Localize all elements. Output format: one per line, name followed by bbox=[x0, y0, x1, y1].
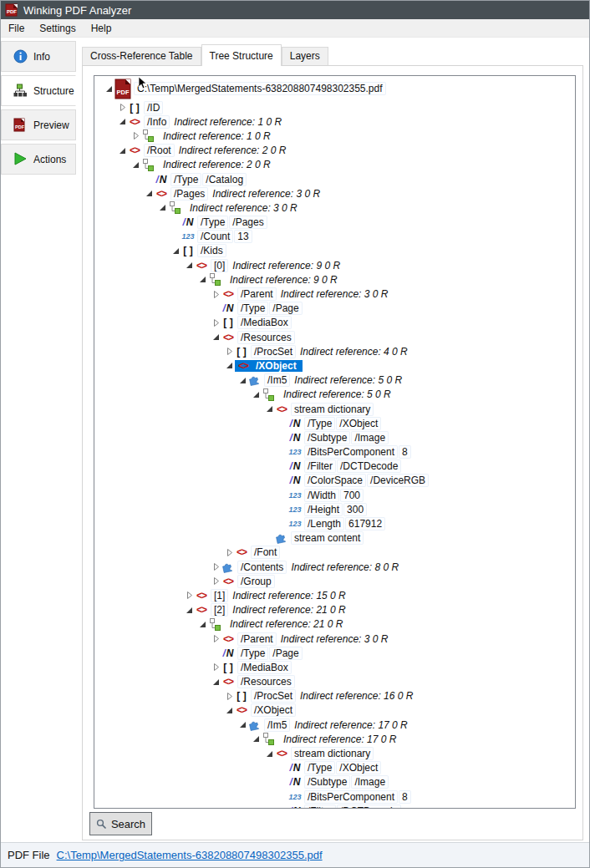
collapse-icon[interactable] bbox=[237, 720, 248, 730]
sidebar-item-preview[interactable]: PDFPreview bbox=[1, 109, 76, 140]
expand-icon[interactable] bbox=[210, 576, 221, 586]
tree-node-contents[interactable]: /ContentsIndirect reference: 8 0 R bbox=[103, 560, 575, 574]
tree-node-resources[interactable]: <>/Resources bbox=[103, 675, 575, 689]
tree-node-procset[interactable]: [ ]/ProcSetIndirect reference: 16 0 R bbox=[103, 689, 575, 703]
tree-node-im5[interactable]: /Im5Indirect reference: 17 0 R bbox=[103, 718, 575, 732]
tab-tree-structure[interactable]: Tree Structure bbox=[201, 44, 282, 66]
expand-icon[interactable] bbox=[116, 103, 128, 113]
tree-node-type[interactable]: /N/Type/XObject bbox=[103, 416, 575, 430]
collapse-icon[interactable] bbox=[210, 677, 221, 687]
tree-node-filter[interactable]: /N/Filter/DCTDecode bbox=[103, 459, 575, 474]
menu-item-settings[interactable]: Settings bbox=[32, 20, 83, 37]
tree-node-resources[interactable]: <>/Resources bbox=[103, 330, 575, 344]
expand-icon[interactable] bbox=[210, 634, 221, 644]
collapse-icon[interactable] bbox=[250, 734, 262, 744]
tree-node-type[interactable]: /N/Type/Page bbox=[103, 646, 575, 660]
tree-node-parent[interactable]: <>/ParentIndirect reference: 3 0 R bbox=[103, 632, 575, 646]
pdf-file-link[interactable]: C:\Temp\MergedStatements-638208807498302… bbox=[57, 849, 323, 861]
sidebar-item-actions[interactable]: Actions bbox=[1, 144, 76, 175]
collapse-icon[interactable] bbox=[156, 203, 168, 213]
tree-node-root[interactable]: <>/RootIndirect reference: 2 0 R bbox=[103, 144, 575, 158]
tree-node-mediabox[interactable]: [ ]/MediaBox bbox=[103, 660, 575, 674]
tree-node-indirect-reference[interactable]: Indirect reference: 9 0 R bbox=[103, 272, 575, 287]
search-button[interactable]: Search bbox=[89, 812, 152, 835]
collapse-icon[interactable] bbox=[130, 160, 141, 170]
collapse-icon[interactable] bbox=[196, 619, 208, 629]
tree-node-indirect-reference[interactable]: Indirect reference: 2 0 R bbox=[103, 158, 575, 172]
tree-node-type[interactable]: /N/Type/XObject bbox=[103, 761, 575, 775]
expand-icon[interactable] bbox=[210, 317, 221, 327]
tree-node-length[interactable]: 123/Length617912 bbox=[103, 516, 575, 530]
tree-node-group[interactable]: <>/Group bbox=[103, 574, 575, 588]
expand-icon[interactable] bbox=[223, 547, 235, 557]
tree-node-info[interactable]: <>/InfoIndirect reference: 1 0 R bbox=[103, 114, 575, 129]
collapse-icon[interactable] bbox=[263, 749, 275, 759]
tab-cross-reference-table[interactable]: Cross-Reference Table bbox=[82, 47, 201, 65]
sidebar-item-structure[interactable]: Structure bbox=[1, 75, 76, 106]
collapse-icon[interactable] bbox=[263, 404, 275, 414]
tree-node-indirect-reference[interactable]: Indirect reference: 21 0 R bbox=[103, 617, 575, 632]
tree-node-stream-dictionary[interactable]: <>stream dictionary bbox=[103, 746, 575, 760]
tree-node-colorspace[interactable]: /N/ColorSpace/DeviceRGB bbox=[103, 474, 575, 488]
node-label: /Filter bbox=[305, 805, 335, 809]
tree-node-font[interactable]: <>/Font bbox=[103, 546, 575, 560]
tree-node-2[interactable]: <>[2]Indirect reference: 21 0 R bbox=[103, 603, 575, 617]
collapse-icon[interactable] bbox=[183, 605, 195, 615]
pdf-tree[interactable]: PDFC:\Temp\MergedStatements-638208807498… bbox=[94, 75, 576, 809]
tree-node-mediabox[interactable]: [ ]/MediaBox bbox=[103, 316, 575, 330]
tree-node-subtype[interactable]: /N/Subtype/Image bbox=[103, 430, 575, 444]
tree-node-type[interactable]: /N/Type/Catalog bbox=[103, 172, 575, 186]
node-value: /XObject bbox=[337, 418, 380, 429]
menu-item-help[interactable]: Help bbox=[84, 20, 120, 37]
collapse-icon[interactable] bbox=[116, 145, 128, 155]
tree-node-indirect-reference[interactable]: Indirect reference: 17 0 R bbox=[103, 732, 575, 746]
tree-node-xobject[interactable]: <>/XObject bbox=[103, 358, 575, 373]
expand-icon[interactable] bbox=[210, 562, 221, 572]
tree-node-width[interactable]: 123/Width700 bbox=[103, 488, 575, 502]
collapse-icon[interactable] bbox=[170, 246, 181, 256]
expand-icon[interactable] bbox=[210, 289, 221, 299]
tree-node-1[interactable]: <>[1]Indirect reference: 15 0 R bbox=[103, 588, 575, 602]
tree-node-indirect-reference[interactable]: Indirect reference: 5 0 R bbox=[103, 388, 575, 402]
expand-icon[interactable] bbox=[223, 347, 235, 357]
collapse-icon[interactable] bbox=[143, 189, 155, 199]
tree-node-id[interactable]: [ ]/ID bbox=[103, 100, 575, 114]
menu-item-file[interactable]: File bbox=[1, 20, 32, 37]
tree-node-count[interactable]: 123/Count13 bbox=[103, 230, 575, 244]
collapse-icon[interactable] bbox=[183, 261, 195, 271]
tree-node-bitspercomponent[interactable]: 123/BitsPerComponent8 bbox=[103, 789, 575, 804]
tree-node-stream-content[interactable]: stream content bbox=[103, 531, 575, 546]
collapse-icon[interactable] bbox=[223, 361, 235, 371]
collapse-icon[interactable] bbox=[237, 375, 248, 385]
sidebar-item-info[interactable]: Info bbox=[1, 41, 76, 72]
tree-node-xobject[interactable]: <>/XObject bbox=[103, 703, 575, 718]
collapse-icon[interactable] bbox=[103, 84, 114, 94]
tree-node-kids[interactable]: [ ]/Kids bbox=[103, 244, 575, 258]
expand-icon[interactable] bbox=[183, 591, 195, 601]
tree-node-height[interactable]: 123/Height300 bbox=[103, 502, 575, 516]
collapse-icon[interactable] bbox=[250, 389, 262, 399]
expand-icon[interactable] bbox=[223, 691, 235, 701]
node-label: C:\Temp\MergedStatements-638208807498302… bbox=[135, 83, 385, 94]
tree-node-0[interactable]: <>[0]Indirect reference: 9 0 R bbox=[103, 258, 575, 272]
expand-icon[interactable] bbox=[210, 662, 221, 673]
tree-node-pages[interactable]: <>/PagesIndirect reference: 3 0 R bbox=[103, 186, 575, 201]
tree-node-bitspercomponent[interactable]: 123/BitsPerComponent8 bbox=[103, 445, 575, 459]
collapse-icon[interactable] bbox=[196, 275, 208, 285]
tree-node-parent[interactable]: <>/ParentIndirect reference: 3 0 R bbox=[103, 287, 575, 301]
tree-node-stream-dictionary[interactable]: <>stream dictionary bbox=[103, 402, 575, 416]
tree-node-indirect-reference[interactable]: Indirect reference: 3 0 R bbox=[103, 201, 575, 215]
collapse-icon[interactable] bbox=[210, 332, 221, 343]
tree-node-type[interactable]: /N/Type/Pages bbox=[103, 216, 575, 230]
tree-node-type[interactable]: /N/Type/Page bbox=[103, 302, 575, 316]
tree-node-im5[interactable]: /Im5Indirect reference: 5 0 R bbox=[103, 373, 575, 388]
tree-node-subtype[interactable]: /N/Subtype/Image bbox=[103, 775, 575, 789]
collapse-icon[interactable] bbox=[223, 705, 235, 715]
tree-node-indirect-reference[interactable]: Indirect reference: 1 0 R bbox=[103, 129, 575, 143]
collapse-icon[interactable] bbox=[116, 117, 128, 127]
tree-node-procset[interactable]: [ ]/ProcSetIndirect reference: 4 0 R bbox=[103, 344, 575, 358]
expand-icon[interactable] bbox=[130, 131, 141, 141]
tree-node-filter[interactable]: /N/Filter/DCTDecode bbox=[103, 804, 575, 809]
tab-layers[interactable]: Layers bbox=[282, 47, 328, 65]
tree-node-c-temp-mergedstatements-638208807498302355-pdf[interactable]: PDFC:\Temp\MergedStatements-638208807498… bbox=[103, 77, 575, 100]
